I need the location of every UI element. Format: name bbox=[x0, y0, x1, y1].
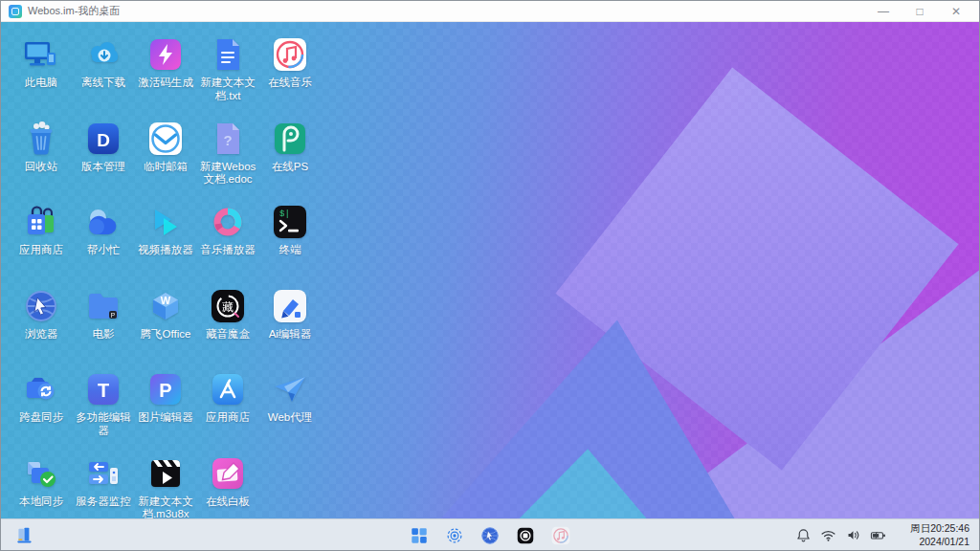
system-tray: 周日20:25:46 2024/01/21 bbox=[795, 519, 969, 551]
black-box-icon: 藏 bbox=[209, 287, 247, 325]
computer-icon bbox=[22, 35, 60, 74]
desktop-icon-label: 应用商店 bbox=[206, 411, 250, 425]
desktop-icon-label: 终端 bbox=[279, 244, 301, 257]
desktop-icon-label: 在线白板 bbox=[206, 496, 250, 509]
globe-cursor-icon bbox=[22, 287, 60, 325]
desktop-icon-cross-disk-sync[interactable]: 跨盘同步 bbox=[11, 370, 72, 454]
music-store-icon bbox=[550, 525, 571, 546]
desktop-icon-label: 音乐播放器 bbox=[200, 244, 256, 257]
tray-volume-button[interactable] bbox=[845, 527, 861, 543]
letter-t-icon: T bbox=[84, 370, 122, 408]
tray-battery-button[interactable] bbox=[870, 527, 886, 543]
desktop-icon-app-store-bag[interactable]: 应用商店 bbox=[11, 203, 72, 287]
desktop-icon-label: 跨盘同步 bbox=[19, 411, 63, 425]
taskbar: 周日20:25:46 2024/01/21 bbox=[1, 518, 979, 550]
tray-wifi-button[interactable] bbox=[820, 527, 836, 543]
webos-window: Webos.im-我的桌面 — □ ✕ 此电脑离线下载激活码生成新建文本文档.t… bbox=[0, 0, 980, 551]
window-title: Webos.im-我的桌面 bbox=[28, 4, 120, 18]
desktop-icon-label: 此电脑 bbox=[25, 77, 58, 90]
taskbar-center-icons bbox=[409, 519, 571, 551]
tray-icon-group bbox=[795, 527, 886, 543]
desktop-icon-label: 在线音乐 bbox=[268, 77, 312, 90]
whiteboard-icon bbox=[209, 454, 247, 493]
desktop-icon-new-text-doc-txt[interactable]: 新建文本文档.txt bbox=[197, 35, 258, 120]
taskbar-music-button[interactable] bbox=[550, 525, 571, 546]
desktop-icon-movies[interactable]: P电影 bbox=[73, 287, 134, 371]
desktop-icon-pic-editor[interactable]: P图片编辑器 bbox=[135, 370, 196, 454]
text-file-icon bbox=[209, 35, 247, 74]
desktop[interactable]: 此电脑离线下载激活码生成新建文本文档.txt在线音乐回收站D版本管理临时邮箱?新… bbox=[1, 22, 979, 518]
desktop-icon-label: 多功能编辑器 bbox=[73, 411, 134, 437]
desktop-icon-music-player[interactable]: 音乐播放器 bbox=[197, 203, 258, 287]
start-button[interactable] bbox=[12, 523, 37, 548]
clock-time: 周日20:25:46 bbox=[901, 522, 969, 536]
desktop-icon-label: 回收站 bbox=[25, 161, 58, 174]
desktop-icon-web-proxy[interactable]: Web代理 bbox=[259, 370, 321, 454]
svg-text:P: P bbox=[111, 311, 115, 318]
desktop-icon-bang-xiao-mang[interactable]: 帮小忙 bbox=[73, 203, 134, 287]
desktop-icon-label: 藏音魔盒 bbox=[206, 328, 250, 342]
desktop-icon-label: 图片编辑器 bbox=[138, 411, 193, 425]
desktop-icon-tengfei-office[interactable]: W腾飞Office bbox=[135, 287, 196, 371]
shopping-bag-icon bbox=[22, 203, 60, 241]
desktop-icon-activation-code[interactable]: 激活码生成 bbox=[135, 35, 196, 120]
taskbar-recorder-button[interactable] bbox=[515, 525, 536, 546]
svg-text:D: D bbox=[97, 129, 110, 149]
desktop-icon-this-pc[interactable]: 此电脑 bbox=[11, 35, 72, 120]
desktop-icon-online-music[interactable]: 在线音乐 bbox=[259, 35, 321, 120]
taskbar-launcher-button[interactable] bbox=[409, 525, 430, 546]
desktop-icon-video-player[interactable]: 视频播放器 bbox=[135, 203, 196, 287]
appstore-a-icon bbox=[209, 370, 247, 408]
letter-d-icon: D bbox=[84, 120, 122, 158]
desktop-icon-label: 离线下载 bbox=[81, 77, 125, 90]
record-icon bbox=[515, 525, 536, 546]
desktop-icon-label: 新建Webos文档.edoc bbox=[197, 161, 258, 187]
svg-text:P: P bbox=[159, 380, 171, 401]
gear-icon bbox=[444, 525, 465, 546]
desktop-icon-version-manage[interactable]: D版本管理 bbox=[73, 120, 134, 204]
desktop-icon-multi-editor[interactable]: T多功能编辑器 bbox=[73, 370, 134, 454]
desktop-icon-terminal[interactable]: $|终端 bbox=[259, 203, 321, 287]
taskbar-browser-button[interactable] bbox=[479, 525, 501, 546]
office-w-icon: W bbox=[146, 287, 185, 325]
desktop-icon-browser[interactable]: 浏览器 bbox=[11, 287, 72, 371]
disc-icon bbox=[209, 203, 247, 241]
svg-text:?: ? bbox=[223, 132, 232, 148]
tray-notifications-button[interactable] bbox=[795, 527, 812, 543]
close-button[interactable]: ✕ bbox=[948, 2, 964, 21]
desktop-icon-online-whiteboard[interactable]: 在线白板 bbox=[197, 454, 258, 519]
desktop-icon-label: 帮小忙 bbox=[87, 244, 121, 257]
maximize-button[interactable]: □ bbox=[912, 2, 927, 21]
taskbar-settings-button[interactable] bbox=[444, 525, 465, 546]
svg-text:藏: 藏 bbox=[222, 299, 234, 313]
letter-p-icon: P bbox=[146, 370, 185, 408]
minimize-button[interactable]: — bbox=[876, 2, 891, 21]
desktop-icon-temp-mail[interactable]: 临时邮箱 bbox=[135, 120, 196, 204]
desktop-icon-cangyin-box[interactable]: 藏藏音魔盒 bbox=[197, 287, 258, 371]
desktop-icon-label: 视频播放器 bbox=[138, 244, 193, 257]
app-logo-icon bbox=[9, 5, 22, 18]
desktop-icon-label: Ai编辑器 bbox=[269, 328, 312, 342]
desktop-icon-local-sync[interactable]: 本地同步 bbox=[11, 454, 72, 519]
desktop-icon-label: Web代理 bbox=[268, 411, 312, 425]
server-icon bbox=[84, 454, 122, 493]
desktop-icon-recycle-bin[interactable]: 回收站 bbox=[11, 120, 72, 204]
desktop-icon-server-monitor[interactable]: 服务器监控 bbox=[73, 454, 134, 519]
desktop-icon-offline-download[interactable]: 离线下载 bbox=[73, 35, 134, 120]
desktop-icon-label: 腾飞Office bbox=[141, 328, 191, 342]
folder-icon: P bbox=[84, 287, 122, 325]
speaker-icon bbox=[845, 527, 861, 543]
clock-date: 2024/01/21 bbox=[901, 536, 969, 549]
desktop-icon-new-text-doc-m3u8x[interactable]: 新建文本文档.m3u8x bbox=[135, 454, 196, 519]
svg-text:W: W bbox=[161, 294, 171, 305]
edoc-file-icon: ? bbox=[209, 120, 247, 158]
desktop-icon-new-webos-doc[interactable]: ?新建Webos文档.edoc bbox=[197, 120, 258, 204]
taskbar-clock[interactable]: 周日20:25:46 2024/01/21 bbox=[901, 522, 969, 548]
desktop-icon-ai-editor[interactable]: Ai编辑器 bbox=[259, 287, 321, 371]
photopea-icon bbox=[271, 120, 309, 158]
desktop-icon-app-store-a[interactable]: 应用商店 bbox=[197, 370, 258, 454]
desktop-icon-online-ps[interactable]: 在线PS bbox=[259, 120, 321, 204]
desktop-icon-label: 本地同步 bbox=[19, 496, 63, 509]
desktop-icon-label: 版本管理 bbox=[81, 161, 125, 174]
cloud-download-icon bbox=[84, 35, 122, 74]
